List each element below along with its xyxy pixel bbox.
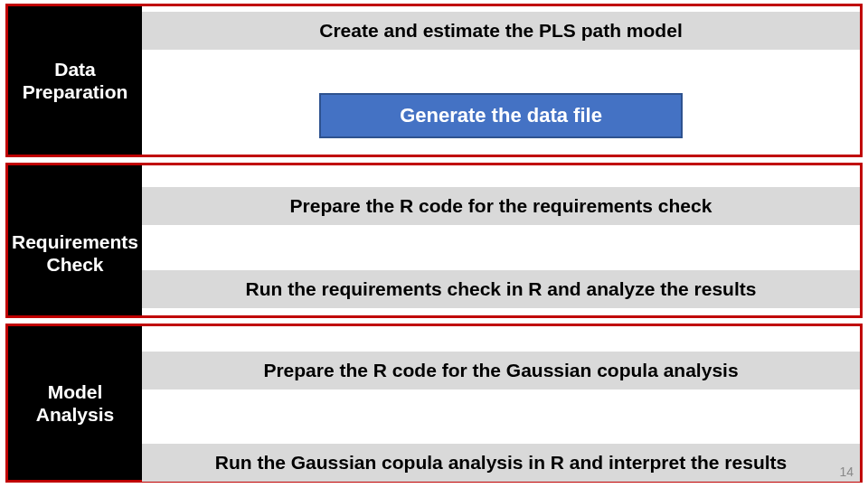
section-label-text: Data Preparation: [23, 58, 128, 103]
highlighted-step-box: Generate the data file: [319, 93, 683, 138]
step-text: Run the Gaussian copula analysis in R an…: [215, 452, 787, 474]
step-text: Generate the data file: [400, 104, 602, 127]
section-label-text: Model Analysis: [36, 380, 114, 426]
section-label: Model Analysis: [8, 326, 142, 480]
page-number: 14: [839, 465, 854, 479]
step-band: Prepare the R code for the Gaussian copu…: [142, 352, 860, 389]
step-band: Create and estimate the PLS path model: [142, 12, 860, 50]
diagram-page: Data Preparation Create and estimate the…: [0, 0, 868, 488]
section-content: Prepare the R code for the Gaussian copu…: [142, 326, 860, 480]
step-band: Run the Gaussian copula analysis in R an…: [142, 444, 860, 482]
step-band: Prepare the R code for the requirements …: [142, 187, 860, 225]
step-text: Prepare the R code for the requirements …: [290, 195, 712, 217]
step-text: Create and estimate the PLS path model: [319, 20, 682, 42]
section-model-analysis: Model Analysis Prepare the R code for th…: [5, 324, 863, 483]
section-label-text: Requirements Check: [12, 230, 138, 276]
section-label: Requirements Check: [8, 165, 142, 315]
section-data-preparation: Data Preparation Create and estimate the…: [5, 4, 863, 157]
section-requirements-check: Requirements Check Prepare the R code fo…: [5, 163, 863, 318]
section-content: Prepare the R code for the requirements …: [142, 165, 860, 315]
step-text: Run the requirements check in R and anal…: [246, 278, 757, 300]
section-label: Data Preparation: [8, 6, 142, 155]
section-content: Create and estimate the PLS path model G…: [142, 6, 860, 155]
step-band: Run the requirements check in R and anal…: [142, 270, 860, 308]
step-text: Prepare the R code for the Gaussian copu…: [263, 360, 738, 381]
